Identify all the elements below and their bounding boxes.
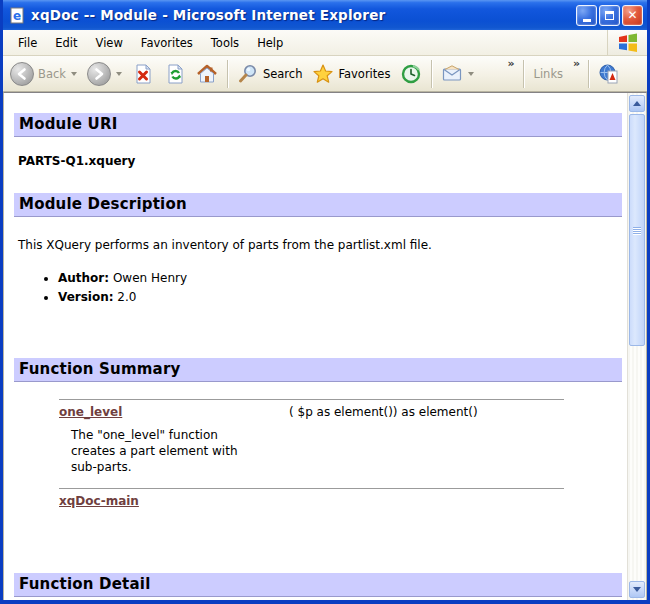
windows-brand-panel — [607, 30, 647, 55]
history-button[interactable] — [395, 60, 427, 88]
close-icon: ✕ — [627, 9, 637, 21]
toolbar-separator — [431, 60, 432, 88]
mail-dropdown-icon[interactable] — [468, 72, 474, 76]
search-button[interactable]: Search — [232, 60, 308, 88]
svg-text:e: e — [13, 9, 21, 23]
metadata-version-value: 2.0 — [117, 290, 136, 304]
forward-button[interactable] — [82, 59, 127, 89]
browser-viewport: Module URI PARTS-Q1.xquery Module Descri… — [3, 92, 647, 600]
home-button[interactable] — [191, 60, 223, 88]
favorites-label: Favorites — [338, 67, 390, 81]
ie-document-icon: e — [9, 7, 26, 24]
maximize-icon — [605, 11, 614, 20]
close-button[interactable]: ✕ — [622, 5, 643, 26]
search-icon — [237, 63, 259, 85]
metadata-author: Author: Owen Henry — [58, 271, 622, 285]
back-dropdown-icon[interactable] — [71, 72, 77, 76]
title-bar: e xqDoc -- Module - Microsoft Internet E… — [3, 0, 647, 30]
function-summary-heading: Function Summary — [14, 358, 622, 382]
adobe-pdf-button[interactable] — [593, 60, 625, 88]
scroll-down-arrow-icon — [633, 587, 641, 592]
menu-tools[interactable]: Tools — [202, 33, 248, 53]
document-page: Module URI PARTS-Q1.xquery Module Descri… — [4, 93, 627, 600]
history-icon — [400, 63, 422, 85]
metadata-author-label: Author: — [58, 271, 109, 285]
toolbar-separator — [523, 60, 524, 88]
home-icon — [196, 63, 218, 85]
links-overflow-chevron[interactable]: » — [573, 58, 580, 69]
function-signature: ( $p as element()) as element() — [289, 400, 564, 420]
function-link-one-level[interactable]: one_level — [59, 405, 122, 419]
menu-file[interactable]: File — [9, 33, 46, 53]
menu-edit[interactable]: Edit — [46, 33, 86, 53]
back-label: Back — [38, 67, 66, 81]
menu-view[interactable]: View — [87, 33, 132, 53]
refresh-icon — [164, 63, 186, 85]
forward-icon — [87, 62, 111, 86]
menu-favorites[interactable]: Favorites — [132, 33, 202, 53]
scroll-up-arrow-icon — [633, 101, 641, 106]
module-metadata-list: Author: Owen Henry Version: 2.0 — [58, 271, 622, 304]
adobe-pdf-icon — [598, 63, 620, 85]
stop-button[interactable] — [127, 60, 159, 88]
favorites-star-icon — [312, 63, 334, 85]
toolbar: Back — [3, 56, 647, 92]
module-description-heading: Module Description — [14, 193, 622, 217]
menu-help[interactable]: Help — [248, 33, 292, 53]
mail-icon — [441, 63, 463, 85]
maximize-button[interactable] — [599, 5, 620, 26]
refresh-button[interactable] — [159, 60, 191, 88]
window-title: xqDoc -- Module - Microsoft Internet Exp… — [31, 7, 576, 23]
metadata-version: Version: 2.0 — [58, 290, 622, 304]
vertical-scrollbar[interactable] — [627, 93, 646, 600]
favorites-button[interactable]: Favorites — [307, 60, 395, 88]
minimize-button[interactable] — [576, 5, 597, 26]
toolbar-separator — [588, 60, 589, 88]
mail-button[interactable] — [436, 60, 479, 88]
function-summary-table: one_level ( $p as element()) as element(… — [59, 399, 564, 518]
forward-dropdown-icon[interactable] — [116, 72, 122, 76]
function-description-row: The "one_level" function creates a part … — [59, 419, 564, 488]
function-description: The "one_level" function creates a part … — [59, 419, 249, 488]
module-uri-value: PARTS-Q1.xquery — [18, 154, 622, 168]
function-detail-heading: Function Detail — [14, 573, 622, 597]
toolbar-separator — [227, 60, 228, 88]
toolbar-overflow-chevron[interactable]: » — [507, 58, 514, 69]
function-signature — [289, 488, 564, 518]
scrollbar-thumb[interactable] — [629, 114, 645, 346]
metadata-version-label: Version: — [58, 290, 114, 304]
windows-logo-icon — [616, 31, 640, 55]
browser-window: e xqDoc -- Module - Microsoft Internet E… — [0, 0, 650, 604]
links-label[interactable]: Links — [534, 67, 564, 81]
back-icon — [10, 62, 34, 86]
function-link-xqdoc-main[interactable]: xqDoc-main — [59, 494, 139, 508]
metadata-author-value: Owen Henry — [113, 271, 187, 285]
scroll-up-button[interactable] — [629, 95, 645, 112]
module-uri-heading: Module URI — [14, 113, 622, 137]
back-button[interactable]: Back — [5, 59, 82, 89]
module-description-text: This XQuery performs an inventory of par… — [18, 238, 622, 252]
menu-bar: File Edit View Favorites Tools Help — [3, 30, 647, 56]
search-label: Search — [263, 67, 303, 81]
minimize-icon — [583, 19, 591, 22]
scroll-down-button[interactable] — [629, 581, 645, 598]
function-row: one_level ( $p as element()) as element(… — [59, 400, 564, 420]
function-row: xqDoc-main — [59, 488, 564, 518]
stop-icon — [132, 63, 154, 85]
scrollbar-grip — [633, 227, 641, 234]
